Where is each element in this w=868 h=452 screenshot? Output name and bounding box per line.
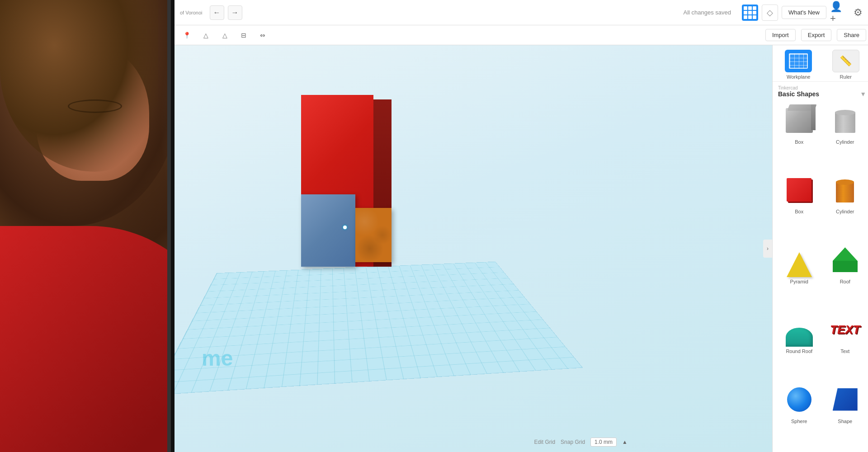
pyramid-icon <box>782 243 816 277</box>
box-gray-shape <box>786 108 813 133</box>
pin-tool-button[interactable]: 📍 <box>180 28 193 42</box>
workplane-icon-box <box>785 50 812 72</box>
box-red-icon <box>782 173 816 207</box>
3d-viewport[interactable]: me › Edit Grid Snap Grid 1.0 mm ▲ <box>175 45 772 452</box>
grid-icon <box>744 6 756 19</box>
viewport-watermark: me <box>202 346 233 371</box>
ruler-tool[interactable]: 📏 Ruler <box>825 50 868 80</box>
edit-grid-label[interactable]: Edit Grid <box>534 439 555 445</box>
tools-row: Workplane 📏 Ruler <box>773 45 868 82</box>
round-roof-icon <box>782 312 816 347</box>
right-panel: Workplane 📏 Ruler Tinkercad Basic Shapes <box>772 45 868 452</box>
shapes-grid: Box Cylinder Box <box>773 99 868 452</box>
share-button[interactable]: Share <box>837 29 866 41</box>
ruler-label: Ruler <box>840 74 852 80</box>
grid-plane <box>175 262 583 396</box>
align-button[interactable]: ⊟ <box>237 28 250 42</box>
roof-icon <box>828 243 862 277</box>
triangle1-button[interactable]: △ <box>199 28 212 42</box>
snap-value[interactable]: 1.0 mm <box>590 438 617 447</box>
shapes-section-header: Tinkercad Basic Shapes ▼ <box>773 82 868 99</box>
main-toolbar: of Voronoi ← → All changes saved ◇ What'… <box>175 0 868 25</box>
blue-form-icon <box>828 382 862 417</box>
shape-pyramid[interactable]: Pyramid <box>778 243 821 309</box>
cylinder-gray-shape <box>833 108 858 133</box>
cylinder-orange-icon <box>828 173 862 207</box>
orange-block-shape[interactable] <box>355 208 392 262</box>
triangle2-button[interactable]: △ <box>218 28 231 42</box>
round-roof-shape <box>786 328 813 347</box>
screen-container: of Voronoi ← → All changes saved ◇ What'… <box>167 0 868 452</box>
shape-box-red-label: Box <box>795 209 803 214</box>
shape-pyramid-label: Pyramid <box>790 279 808 284</box>
box-gray-icon <box>782 103 816 137</box>
shape-text[interactable]: TEXT Text <box>824 312 867 378</box>
section-title: Basic Shapes <box>778 90 819 98</box>
tinkercad-app: of Voronoi ← → All changes saved ◇ What'… <box>175 0 868 452</box>
app-logo: of Voronoi <box>180 10 203 15</box>
export-button[interactable]: Export <box>801 29 832 41</box>
whats-new-button[interactable]: What's New <box>782 6 826 19</box>
undo-button[interactable]: ← <box>210 5 224 20</box>
workplane-tool[interactable]: Workplane <box>777 50 820 80</box>
blue-rectangle-shape[interactable] <box>301 194 355 267</box>
blue-form-shape <box>833 388 858 411</box>
diamond-view-button[interactable]: ◇ <box>762 5 778 21</box>
import-button[interactable]: Import <box>765 29 796 41</box>
settings-button[interactable]: ⚙ <box>850 5 866 21</box>
snap-grid-label: Snap Grid <box>561 439 585 445</box>
shape-box-red[interactable]: Box <box>778 173 821 239</box>
viewport-cursor <box>343 225 347 230</box>
add-user-button[interactable]: 👤+ <box>830 5 846 21</box>
shape-round-roof[interactable]: Round Roof <box>778 312 821 378</box>
shape-sphere[interactable]: Sphere <box>778 382 821 448</box>
main-area: me › Edit Grid Snap Grid 1.0 mm ▲ <box>175 45 868 452</box>
save-status: All changes saved <box>684 9 731 16</box>
workplane-grid-icon <box>789 53 808 69</box>
shape-blue-form-label: Shape <box>838 419 852 424</box>
shape-text-label: Text <box>840 348 849 354</box>
cylinder-orange-shape <box>834 178 856 202</box>
section-dropdown-button[interactable]: ▼ <box>860 90 866 98</box>
sphere-icon <box>782 382 816 417</box>
ruler-icon-box: 📏 <box>832 50 859 72</box>
shape-cylinder-orange[interactable]: Cylinder <box>824 173 867 239</box>
pyramid-shape <box>787 252 812 277</box>
text-shape-icon: TEXT <box>828 312 862 347</box>
shape-cylinder-gray[interactable]: Cylinder <box>824 103 867 169</box>
section-subtitle: Tinkercad <box>778 85 866 90</box>
grid-view-button[interactable] <box>742 5 758 21</box>
shape-roof[interactable]: Roof <box>824 243 867 309</box>
shape-box-gray[interactable]: Box <box>778 103 821 169</box>
shape-sphere-label: Sphere <box>791 419 807 424</box>
text-shape: TEXT <box>830 323 860 337</box>
bottom-bar: Edit Grid Snap Grid 1.0 mm ▲ <box>534 438 627 447</box>
ruler-icon: 📏 <box>840 55 852 67</box>
sphere-shape <box>787 387 811 412</box>
snap-unit-icon[interactable]: ▲ <box>622 439 627 445</box>
shape-round-roof-label: Round Roof <box>786 348 812 354</box>
box-red-shape <box>787 178 811 202</box>
cylinder-gray-icon <box>828 103 862 137</box>
secondary-toolbar: 📍 △ △ ⊟ ⇔ Import Export Share <box>175 25 868 45</box>
shape-box-gray-label: Box <box>795 139 803 145</box>
mirror-button[interactable]: ⇔ <box>256 28 269 42</box>
shape-blue-form[interactable]: Shape <box>824 382 867 448</box>
shape-cylinder-orange-label: Cylinder <box>836 209 854 214</box>
roof-shape <box>833 247 858 272</box>
collapse-panel-button[interactable]: › <box>763 240 772 258</box>
workplane-label: Workplane <box>787 74 810 80</box>
shape-cylinder-gray-label: Cylinder <box>836 139 854 145</box>
redo-button[interactable]: → <box>228 5 242 20</box>
shape-roof-label: Roof <box>840 279 850 284</box>
